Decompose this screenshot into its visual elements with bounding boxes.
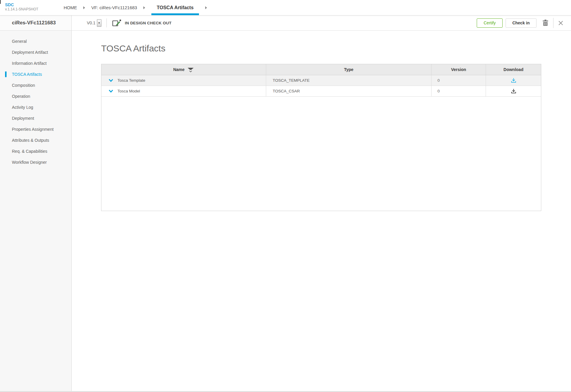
artifact-version-cell: 0 [432, 75, 486, 86]
sidebar-item-general[interactable]: General [0, 36, 71, 47]
sidebar: General Deployment Artifact Information … [0, 31, 72, 392]
sidebar-item-tosca-artifacts[interactable]: TOSCA Artifacts [0, 69, 71, 80]
certify-button[interactable]: Certify [477, 18, 502, 28]
component-header: ciRes-VFc1121683 [0, 15, 72, 31]
corner-mark [0, 0, 1, 4]
breadcrumb-item-home[interactable]: HOME [64, 0, 77, 15]
sidebar-item-properties-assignment[interactable]: Properties Assignment [0, 124, 71, 135]
sidebar-item-deployment[interactable]: Deployment [0, 113, 71, 124]
breadcrumb: HOME VF: ciRes-VFc1121683 TOSCA Artifact… [64, 0, 213, 15]
main-content: TOSCA Artifacts Name Type Version Downlo… [72, 31, 571, 392]
workspace-toolbar: V0.1 ▾ IN DESIGN CHECK OUT Certify Check… [72, 15, 571, 31]
sidebar-item-composition[interactable]: Composition [0, 80, 71, 91]
version-dropdown[interactable]: ▾ [97, 19, 101, 27]
lifecycle-state-label: IN DESIGN CHECK OUT [125, 21, 172, 25]
trash-icon [542, 19, 549, 26]
sidebar-item-req-capabilities[interactable]: Req. & Capabilities [0, 146, 71, 157]
breadcrumb-item-tosca-artifacts[interactable]: TOSCA Artifacts [151, 0, 199, 15]
artifact-download-cell [486, 86, 541, 96]
close-button[interactable] [558, 20, 564, 26]
table-header-row: Name Type Version Download [101, 64, 541, 75]
artifact-type-cell: TOSCA_TEMPLATE [266, 75, 432, 86]
component-title: ciRes-VFc1121683 [12, 20, 56, 26]
column-header-type: Type [266, 64, 432, 75]
chevron-down-icon[interactable] [109, 89, 113, 93]
artifact-name: Tosca Model [117, 89, 140, 93]
version-label: V0.1 [87, 21, 95, 25]
app-logo-title: SDC [5, 3, 64, 7]
close-icon [558, 20, 564, 26]
artifact-type-cell: TOSCA_CSAR [266, 86, 432, 96]
workspace-header-row: ciRes-VFc1121683 V0.1 ▾ IN DESIGN CHECK … [0, 15, 571, 31]
column-header-download: Download [486, 64, 541, 75]
page-title: TOSCA Artifacts [101, 43, 571, 54]
breadcrumb-arrow-icon [205, 6, 207, 9]
toolbar-divider [106, 18, 107, 27]
sidebar-item-workflow-designer[interactable]: Workflow Designer [0, 157, 71, 168]
sidebar-menu: General Deployment Artifact Information … [0, 31, 71, 168]
check-in-button[interactable]: Check in [506, 18, 537, 28]
table-row: Tosca Model TOSCA_CSAR 0 [101, 86, 541, 97]
sidebar-item-operation[interactable]: Operation [0, 91, 71, 102]
column-header-name: Name [101, 64, 266, 75]
column-header-version: Version [432, 64, 486, 75]
sidebar-item-attributes-outputs[interactable]: Attributes & Outputs [0, 135, 71, 146]
app-version-label: v.1.14.1-SNAPSHOT [5, 7, 64, 11]
artifact-name: Tosca Template [117, 78, 145, 83]
checkout-edit-icon [112, 19, 122, 27]
breadcrumb-item-vf[interactable]: VF: ciRes-VFc1121683 [91, 0, 137, 15]
app-logo: SDC v.1.14.1-SNAPSHOT [0, 0, 64, 15]
download-icon[interactable] [511, 78, 516, 83]
artifact-name-cell: Tosca Template [101, 75, 266, 86]
table-row: Tosca Template TOSCA_TEMPLATE 0 [101, 75, 541, 86]
artifact-name-cell: Tosca Model [101, 86, 266, 96]
sidebar-item-deployment-artifact[interactable]: Deployment Artifact [0, 47, 71, 58]
tosca-artifacts-table: Name Type Version Download Tosca Templat… [101, 64, 541, 211]
sidebar-item-information-artifact[interactable]: Information Artifact [0, 58, 71, 69]
artifact-version-cell: 0 [432, 86, 486, 96]
top-header: SDC v.1.14.1-SNAPSHOT HOME VF: ciRes-VFc… [0, 0, 571, 15]
breadcrumb-arrow-icon [143, 6, 145, 9]
delete-button[interactable] [542, 19, 549, 26]
chevron-down-icon[interactable] [109, 79, 113, 82]
breadcrumb-arrow-icon [83, 6, 85, 9]
download-icon[interactable] [511, 89, 516, 94]
toolbar-divider [553, 18, 553, 28]
sidebar-item-activity-log[interactable]: Activity Log [0, 102, 71, 113]
artifact-download-cell [486, 75, 541, 86]
column-header-name-label: Name [173, 67, 184, 72]
funnel-sort-icon[interactable] [187, 67, 194, 73]
